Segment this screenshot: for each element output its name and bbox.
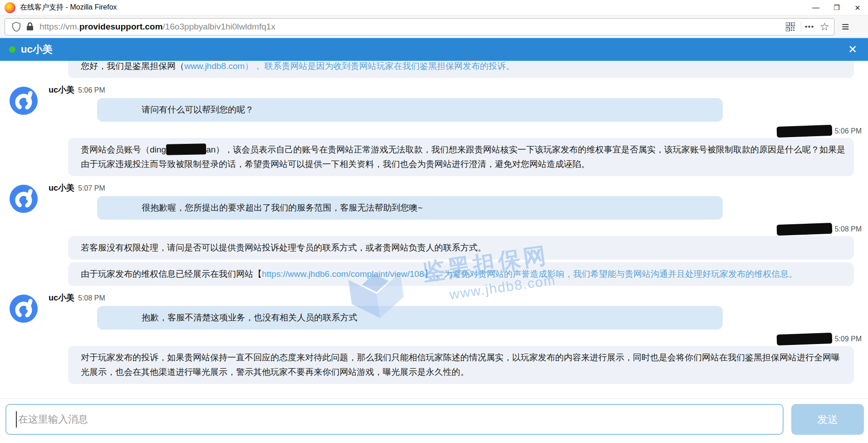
url-domain: providesupport.com xyxy=(79,22,163,31)
chat-transcript[interactable]: 鉴黑担保网 www.jhdb8.com 您好，我们是鉴黑担保网（www.jhdb… xyxy=(0,61,868,399)
text-caret xyxy=(16,411,17,428)
message-time: 5:06 PM xyxy=(834,127,862,135)
visitor-meta: n 5:06 PM xyxy=(0,125,868,137)
visitor-message: 若客服没有权限处理，请问是否可以提供贵网站投诉处理专员的联系方式，或者贵网站负责… xyxy=(68,236,854,260)
agent-message: 很抱歉喔，您所提出的要求超出了我们的服务范围，客服无法帮助到您噢~ xyxy=(97,196,723,220)
message-time: 5:07 PM xyxy=(78,184,105,192)
visitor-message: 由于玩家发布的维权信息已经展示在我们网站【https://www.jhdb6.c… xyxy=(68,262,854,286)
jhdb8-link[interactable]: www.jhdb8.com xyxy=(184,61,245,71)
agent-message-group: uc小美 5:06 PM 请问有什么可以帮到您的呢？ xyxy=(0,84,868,122)
visitor-message: 贵网站会员账号（dingan），该会员表示自己的账号在贵网站正常游戏无法取款，我… xyxy=(68,138,854,176)
minimize-button[interactable]: — xyxy=(805,0,826,15)
agent-message-group: uc小美 5:07 PM 很抱歉喔，您所提出的要求超出了我们的服务范围，客服无法… xyxy=(0,182,868,220)
visitor-meta: n 5:09 PM xyxy=(0,333,868,345)
chat-agent-name: uc小美 xyxy=(21,43,53,56)
redacted-account xyxy=(166,143,206,155)
agent-message: 请问有什么可以帮到您的呢？ xyxy=(97,98,723,122)
chat-header: uc小美 ✕ xyxy=(0,38,868,61)
agent-avatar xyxy=(9,294,38,323)
complaint-link[interactable]: https://www.jhdb6.com/complaint/view/108 xyxy=(262,269,424,279)
agent-message: 抱歉，客服不清楚这项业务，也没有相关人员的联系方式 xyxy=(97,306,723,330)
message-time: 5:06 PM xyxy=(78,86,105,94)
close-window-button[interactable]: ✕ xyxy=(847,0,868,15)
visitor-message: 对于玩家发布的投诉，如果贵网站保持一直不回应的态度来对待此问题，那么我们只能相信… xyxy=(68,346,854,384)
url-bar[interactable]: https://vm.providesupport.com/16o3ppbyal… xyxy=(5,18,834,35)
message-composer: 发送 xyxy=(0,399,868,443)
window-title: 在线客户支持 - Mozilla Firefox xyxy=(20,3,117,12)
window-titlebar: 在线客户支持 - Mozilla Firefox — ❐ ✕ xyxy=(0,0,868,15)
menu-icon[interactable]: ≡ xyxy=(842,20,849,33)
message-time: 5:08 PM xyxy=(834,225,862,233)
bookmark-star-icon[interactable]: ☆ xyxy=(819,20,829,33)
redacted-name xyxy=(777,125,833,138)
message-input[interactable] xyxy=(5,404,784,435)
qr-code-icon[interactable] xyxy=(784,20,797,34)
online-status-icon xyxy=(9,46,15,53)
redacted-name xyxy=(777,333,833,345)
visitor-meta: n 5:08 PM xyxy=(0,223,868,235)
redacted-name xyxy=(777,223,833,236)
firefox-icon xyxy=(5,2,15,13)
urlbar-divider xyxy=(801,21,801,32)
agent-name: uc小美 xyxy=(49,292,74,303)
message-time: 5:09 PM xyxy=(834,335,862,343)
agent-message-group: uc小美 5:08 PM 抱歉，客服不清楚这项业务，也没有相关人员的联系方式 xyxy=(0,292,868,330)
url-scheme: https://vm. xyxy=(39,22,79,31)
url-text[interactable]: https://vm.providesupport.com/16o3ppbyal… xyxy=(39,22,784,32)
restore-button[interactable]: ❐ xyxy=(826,0,847,15)
url-path: /16o3ppbyalbiv1hi0lwldmfq1x xyxy=(163,22,275,31)
browser-navbar: https://vm.providesupport.com/16o3ppbyal… xyxy=(0,15,868,38)
message-time: 5:08 PM xyxy=(78,294,105,302)
shield-icon[interactable] xyxy=(10,20,23,34)
agent-avatar xyxy=(9,184,38,213)
page-actions-icon[interactable]: ••• xyxy=(805,22,814,31)
visitor-message: 您好，我们是鉴黑担保网（www.jhdb8.com）， 联系贵网站是因为收到贵网… xyxy=(68,61,854,78)
agent-name: uc小美 xyxy=(49,84,74,95)
send-button[interactable]: 发送 xyxy=(791,404,864,435)
agent-avatar xyxy=(9,86,38,115)
lock-icon[interactable] xyxy=(23,20,37,34)
agent-name: uc小美 xyxy=(49,182,74,193)
chat-close-icon[interactable]: ✕ xyxy=(843,38,862,61)
